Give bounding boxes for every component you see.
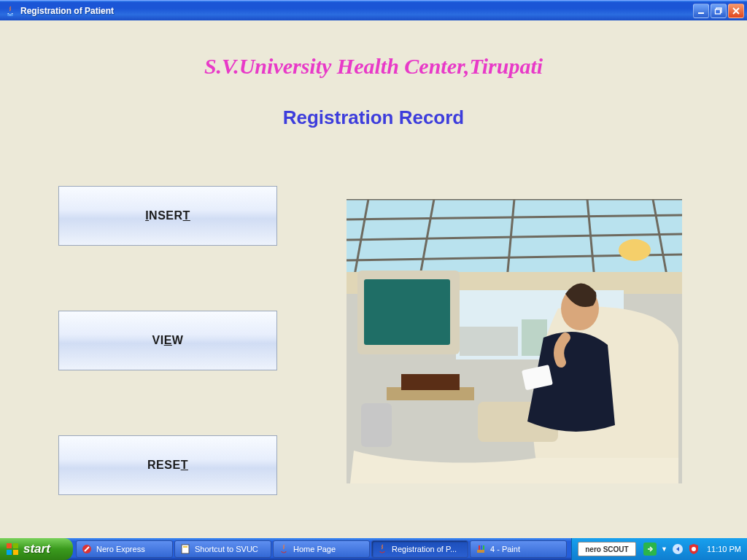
taskbar-item-paint[interactable]: 4 - Paint bbox=[470, 540, 567, 558]
svg-rect-3 bbox=[716, 9, 721, 14]
svg-rect-29 bbox=[7, 550, 12, 555]
svg-rect-33 bbox=[183, 546, 187, 548]
window-title: Registration of Patient bbox=[20, 6, 693, 16]
paint-icon bbox=[475, 543, 487, 555]
taskbar-item-nero[interactable]: Nero Express bbox=[76, 540, 173, 558]
restore-button[interactable] bbox=[711, 4, 727, 18]
window-controls bbox=[693, 4, 744, 18]
decorative-image bbox=[347, 199, 682, 483]
reset-button[interactable]: RESET bbox=[58, 435, 277, 495]
taskbar: start Nero Express Shortcut to SVUC Home… bbox=[0, 538, 747, 560]
insert-button[interactable]: INSERT bbox=[58, 186, 277, 246]
svg-rect-28 bbox=[13, 543, 18, 548]
svg-point-39 bbox=[692, 547, 696, 551]
page-title: S.V.University Health Center,Tirupati bbox=[0, 54, 747, 79]
svg-rect-35 bbox=[479, 545, 480, 550]
window-titlebar: Registration of Patient bbox=[0, 0, 747, 20]
taskbar-item-label: Registration of P... bbox=[392, 545, 457, 553]
svg-rect-22 bbox=[401, 374, 460, 390]
system-tray: nero SCOUT ▼ 11:10 PM bbox=[571, 538, 747, 560]
taskbar-item-label: Nero Express bbox=[96, 545, 145, 553]
svg-rect-1 bbox=[698, 12, 704, 14]
nero-scout-tray[interactable]: nero SCOUT bbox=[578, 542, 636, 556]
svg-rect-20 bbox=[364, 279, 450, 345]
taskbar-item-homepage[interactable]: Home Page bbox=[273, 540, 370, 558]
windows-logo-icon bbox=[6, 542, 19, 556]
svg-rect-34 bbox=[477, 550, 484, 553]
taskbar-item-shortcut[interactable]: Shortcut to SVUC bbox=[174, 540, 271, 558]
nero-icon bbox=[81, 543, 93, 555]
page-subtitle: Registration Record bbox=[0, 106, 747, 129]
svg-point-15 bbox=[619, 239, 651, 261]
content-area: S.V.University Health Center,Tirupati Re… bbox=[0, 20, 747, 538]
insert-button-label: INSERT bbox=[145, 209, 190, 222]
svg-rect-32 bbox=[182, 545, 189, 553]
view-button[interactable]: VIEW bbox=[58, 311, 277, 370]
tray-shield-icon[interactable] bbox=[688, 543, 700, 555]
taskbar-item-label: Shortcut to SVUC bbox=[195, 545, 258, 553]
svg-rect-23 bbox=[361, 403, 392, 447]
tray-dropdown-icon[interactable]: ▼ bbox=[661, 545, 667, 553]
reset-button-label: RESET bbox=[147, 459, 188, 472]
taskbar-item-label: 4 - Paint bbox=[490, 545, 520, 553]
close-button[interactable] bbox=[728, 4, 744, 18]
svg-rect-27 bbox=[7, 543, 12, 548]
taskbar-clock[interactable]: 11:10 PM bbox=[704, 545, 741, 553]
tray-update-icon[interactable] bbox=[643, 542, 657, 556]
view-button-label: VIEW bbox=[152, 334, 184, 347]
shortcut-icon bbox=[179, 543, 191, 555]
java-icon bbox=[278, 543, 290, 555]
tray-hide-icon[interactable] bbox=[672, 543, 684, 555]
svg-rect-37 bbox=[483, 545, 484, 550]
start-label: start bbox=[23, 542, 50, 556]
svg-rect-36 bbox=[481, 545, 482, 550]
taskbar-item-label: Home Page bbox=[293, 545, 336, 553]
start-button[interactable]: start bbox=[0, 538, 73, 560]
java-app-icon bbox=[4, 5, 16, 17]
taskbar-items: Nero Express Shortcut to SVUC Home Page … bbox=[73, 538, 571, 560]
java-icon bbox=[376, 543, 388, 555]
svg-rect-30 bbox=[13, 550, 18, 555]
svg-rect-17 bbox=[460, 327, 518, 356]
taskbar-item-registration[interactable]: Registration of P... bbox=[371, 540, 468, 558]
minimize-button[interactable] bbox=[693, 4, 709, 18]
